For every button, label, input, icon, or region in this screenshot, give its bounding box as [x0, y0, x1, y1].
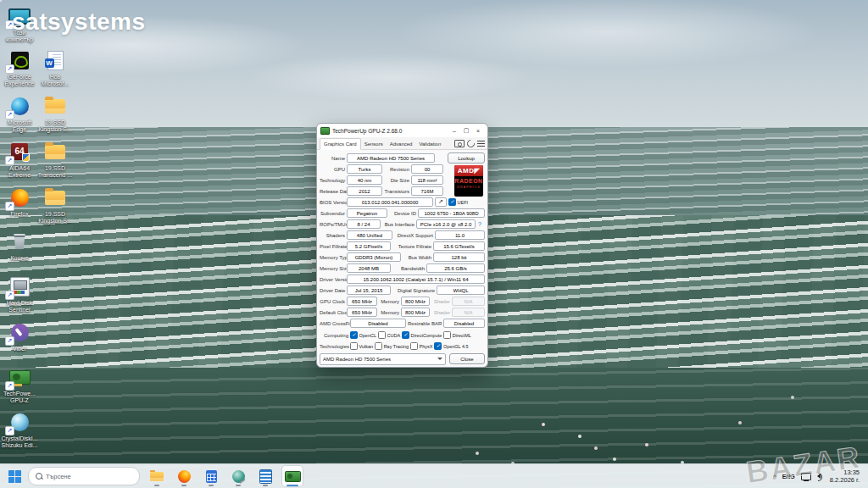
desktop-icon-folder-kingston-1[interactable]: 19.SSD Kingston S...: [36, 93, 75, 134]
word-document-icon: [47, 51, 64, 70]
tab-sensors[interactable]: Sensors: [361, 139, 387, 149]
checkbox-icon: [443, 331, 451, 339]
field-label: Driver Version: [320, 277, 345, 282]
cuda-checkbox[interactable]: CUDA: [378, 331, 400, 339]
texture-fillrate-value: 15.6 GTexel/s: [433, 241, 485, 251]
desktop-icon-label: Кошче: [10, 255, 28, 262]
gpu-value: Turks: [347, 164, 382, 174]
technology-value: 40 nm: [347, 175, 382, 185]
network-icon[interactable]: [801, 473, 811, 480]
folder-icon: [45, 191, 65, 205]
field-label: Memory Size: [320, 266, 345, 271]
shortcut-arrow-icon: ↗: [5, 202, 14, 211]
opengl-checkbox[interactable]: OpenGL 4.5: [434, 342, 468, 350]
maximize-button[interactable]: ▢: [460, 125, 472, 136]
taskbar-hard-disk-sentinel[interactable]: [228, 466, 248, 486]
start-button[interactable]: [8, 470, 21, 483]
desktop-icon-geforce-experience[interactable]: ↗ GeForce Experience: [0, 47, 39, 88]
memory-type-value: GDDR3 (Micron): [347, 252, 401, 262]
taskbar-clock[interactable]: 13:35 8.2.2026 г.: [830, 469, 860, 484]
field-label: BIOS Version: [320, 200, 345, 205]
field-label: Shaders: [320, 233, 345, 238]
gpuz-icon: [285, 471, 301, 482]
desktop-icon-gpuz[interactable]: ↗ TechPowe... GPU-Z: [0, 364, 39, 405]
minimize-button[interactable]: –: [448, 125, 460, 136]
crystaldiskinfo-icon: [259, 469, 272, 484]
close-button[interactable]: Close: [449, 353, 485, 364]
desktop-icon-crystaldiskinfo[interactable]: ↗ CrystalDiskI... Shizuku Edi...: [0, 409, 39, 450]
desktop-icon-word-document[interactable]: Нов Microsof...: [36, 47, 75, 88]
bus-help-icon[interactable]: ?: [478, 221, 481, 227]
shortcut-arrow-icon: ↗: [5, 291, 14, 300]
screenshot-icon[interactable]: [454, 140, 465, 147]
language-indicator[interactable]: ENG: [782, 474, 795, 480]
shortcut-arrow-icon: ↗: [5, 336, 14, 346]
field-label: AMD CrossFire: [320, 321, 348, 326]
close-window-button[interactable]: ×: [472, 125, 484, 136]
taskbar-file-explorer[interactable]: [147, 466, 167, 486]
directcompute-checkbox[interactable]: DirectCompute: [402, 331, 442, 339]
desktop: satsystems BAZAR ↗ Този компютър ↗ GeFor…: [0, 0, 868, 488]
gpu-clock-value: 650 MHz: [347, 297, 377, 306]
uefi-checkbox[interactable]: UEFI: [448, 198, 468, 206]
calculator-icon: [206, 470, 217, 483]
field-label: Driver Date: [320, 288, 345, 293]
desktop-icon-firefox[interactable]: ↗ Firefox: [0, 185, 39, 218]
field-label: Revision: [384, 167, 409, 172]
desktop-icon-folder-kingston-2[interactable]: 19.SSD Kingston S...: [36, 185, 75, 225]
tab-validation[interactable]: Validation: [415, 139, 444, 149]
desktop-icon-hard-disk-sentinel[interactable]: ↗ Hard Disk Sentinel: [0, 274, 39, 314]
opencl-checkbox[interactable]: OpenCL: [350, 331, 376, 339]
share-bios-icon[interactable]: ↗: [435, 197, 447, 207]
taskbar-firefox[interactable]: [174, 466, 194, 486]
field-label: Memory: [379, 310, 399, 315]
wallpaper-sparkles: [0, 0, 2, 2]
field-label: Bus Interface: [382, 222, 415, 227]
taskbar-crystaldiskinfo[interactable]: [255, 466, 275, 486]
desktop-icon-this-pc[interactable]: ↗ Този компютър: [0, 3, 39, 44]
taskbar-gpuz[interactable]: [282, 466, 303, 486]
physx-checkbox[interactable]: PhysX: [410, 342, 432, 350]
checkbox-icon: [378, 331, 386, 339]
desktop-icon-label: 19.SSD Kingston S...: [36, 211, 75, 225]
desktop-icon-recycle-bin[interactable]: Кошче: [0, 229, 39, 262]
shortcut-arrow-icon: ↗: [5, 64, 14, 74]
amd-radeon-logo: AMD◤ RADEON GRAPHICS: [454, 165, 483, 197]
card-select-dropdown[interactable]: AMD Radeon HD 7500 Series: [320, 353, 446, 365]
taskbar-calculator[interactable]: [201, 466, 221, 486]
gpuz-app-icon: [320, 127, 330, 135]
gpuz-titlebar[interactable]: TechPowerUp GPU-Z 2.68.0 – ▢ ×: [317, 124, 487, 138]
desktop-icon-label: CrystalDiskI... Shizuku Edi...: [0, 435, 39, 450]
field-label: GPU: [320, 167, 345, 172]
desktop-icon-label: 19.SSD Transcend ...: [36, 165, 75, 180]
directml-checkbox[interactable]: DirectML: [443, 331, 471, 339]
tab-graphics-card[interactable]: Graphics Card: [320, 138, 361, 150]
field-label: Name: [320, 156, 345, 161]
hidden-icons-chevron[interactable]: ^: [773, 473, 776, 480]
window-title: TechPowerUp GPU-Z 2.68.0: [332, 128, 448, 134]
vulkan-checkbox[interactable]: Vulkan: [350, 342, 373, 350]
desktop-icon-folder-transcend[interactable]: 19.SSD Transcend ...: [36, 139, 75, 180]
desktop-icon-edge[interactable]: ↗ Microsoft Edge: [0, 93, 39, 134]
gpuz-tab-bar: Graphics Card Sensors Advanced Validatio…: [317, 137, 487, 150]
refresh-icon[interactable]: [465, 138, 476, 149]
wallpaper-sky: [0, 0, 868, 129]
hard-disk-sentinel-icon: [232, 470, 245, 483]
speaker-icon[interactable]: [817, 474, 821, 479]
checkbox-icon: [350, 331, 358, 339]
desktop-icon-aida64[interactable]: 64↗ AIDA64 Extreme: [0, 139, 39, 180]
desktop-icon-label: Нов Microsof...: [36, 74, 75, 88]
desktop-icon-label: Viber: [13, 346, 26, 352]
folder-icon: [45, 145, 65, 159]
field-label: Release Date: [320, 189, 345, 194]
ray-tracing-checkbox[interactable]: Ray Tracing: [375, 342, 409, 350]
lookup-button[interactable]: Lookup: [448, 152, 485, 164]
tab-advanced[interactable]: Advanced: [387, 139, 416, 149]
menu-icon[interactable]: [477, 141, 485, 147]
desktop-icon-viber[interactable]: ↗ Viber: [0, 319, 39, 352]
field-label: Technology: [320, 178, 345, 183]
checkbox-icon: [402, 331, 409, 339]
taskbar-search[interactable]: Търсене: [28, 467, 140, 485]
driver-version-value: 15.200.1062.1002 (Catalyst 15.7.1) / Win…: [347, 274, 485, 284]
desktop-icon-label: GeForce Experience: [0, 74, 39, 88]
